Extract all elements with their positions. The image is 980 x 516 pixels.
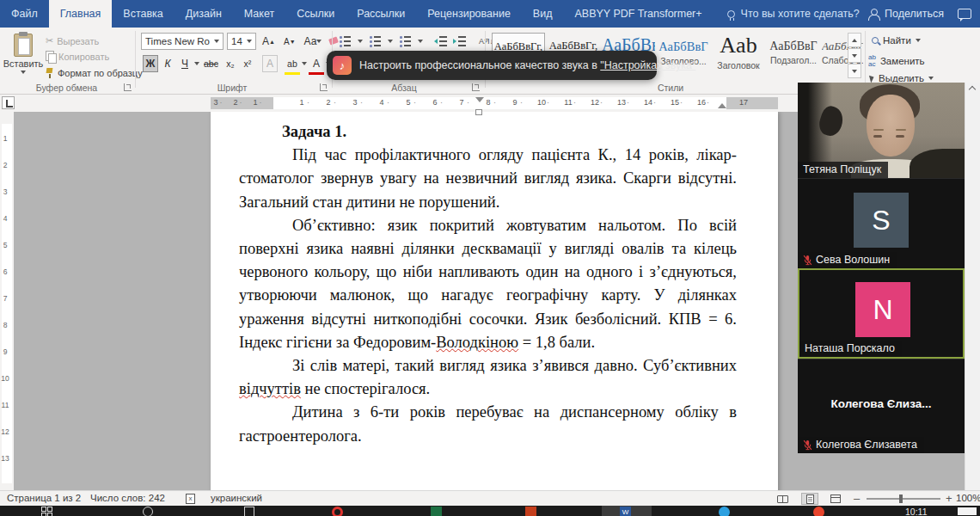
start-button-icon[interactable] [41,507,53,516]
page-indicator[interactable]: Страница 1 из 2 [7,493,81,503]
brush-icon [46,68,54,78]
participant-tile-name-only[interactable]: Колегова Єлиза... Колегова Єлизавета [798,359,965,453]
paragraph-dialog-launcher[interactable] [472,83,480,91]
tab-layout[interactable]: Макет [233,0,285,28]
chevron-down-icon[interactable] [418,40,423,43]
tab-references[interactable]: Ссылки [285,0,346,28]
hanging-indent-marker[interactable] [475,109,482,115]
font-size-select[interactable]: 14 [227,33,256,50]
copy-button[interactable]: Копировать [46,51,109,62]
vertical-scrollbar[interactable] [965,83,980,490]
task-view-icon[interactable] [244,507,254,516]
title-bar: Файл Главная Вставка Дизайн Макет Ссылки… [0,0,980,28]
cut-label: Вырезать [57,36,99,46]
avatar: N [855,282,910,337]
tab-file[interactable]: Файл [0,0,49,28]
read-mode-button[interactable] [774,493,791,505]
horizontal-ruler[interactable]: 3·2·1· 1·2·3·4·5·6·7·8·9·10·11·12·13·14·… [211,97,778,109]
sound-settings-link[interactable]: "Настройках звука" [600,59,695,71]
powerpoint-icon[interactable] [525,507,536,516]
styles-gallery-more[interactable] [848,64,861,78]
first-line-indent-marker[interactable] [475,97,484,102]
tab-selector[interactable] [2,96,15,109]
superscript-button[interactable]: x² [240,55,255,72]
clock[interactable]: 10:11 [905,507,928,516]
spellcheck-word: відчуттів [239,380,301,397]
find-label: Найти [883,35,911,46]
styles-scroll-up[interactable] [848,33,861,47]
text-effects-button[interactable]: А [262,55,278,72]
right-indent-marker[interactable] [718,103,726,108]
search-icon[interactable] [143,507,153,516]
zoom-slider-thumb[interactable] [899,494,903,503]
font-dialog-launcher[interactable] [320,83,328,91]
find-button[interactable]: Найти [872,35,921,46]
web-layout-button[interactable] [827,493,844,505]
telegram-icon[interactable] [719,507,730,516]
format-painter-button[interactable]: Формат по образцу [46,68,143,78]
opera-icon[interactable] [332,507,343,516]
tell-me-box[interactable]: Что вы хотите сделать? [727,0,860,28]
tab-insert[interactable]: Вставка [112,0,174,28]
increase-indent-icon[interactable] [453,35,466,46]
styles-scroll-down[interactable] [848,48,861,63]
zoom-in-button[interactable]: + [946,492,952,505]
chevron-down-icon[interactable] [388,40,393,43]
audio-settings-toast[interactable]: ♪ Настроить профессиональное качество зв… [327,51,657,80]
share-label: Поделиться [885,8,944,20]
clipboard-dialog-launcher[interactable] [124,83,132,91]
language-indicator[interactable]: украинский [211,493,262,503]
zoom-out-button[interactable]: – [854,492,860,505]
italic-button[interactable]: К [160,55,175,72]
style-subtitle[interactable]: АаБбВвГ Подзагол... [767,33,820,79]
participant-name-tag: Наташа Порскало [799,341,902,357]
word-icon[interactable]: W [620,507,631,516]
zoom-level[interactable]: 100% [956,493,980,503]
replace-button[interactable]: abac Заменить [868,54,925,68]
font-family-select[interactable]: Times New Ro [141,33,224,50]
subscript-button[interactable]: x₂ [223,55,238,72]
numbered-list-icon[interactable] [369,35,382,46]
cut-button[interactable]: ✂ Вырезать [46,35,99,46]
decrease-indent-icon[interactable] [434,35,447,46]
shrink-font-button[interactable]: А▼ [281,33,298,50]
font-color-button[interactable]: А [309,55,324,72]
zoom-slider[interactable] [867,498,940,500]
chevron-down-icon[interactable] [358,40,363,43]
vertical-ruler[interactable]: 12345678910111213 [0,112,14,490]
ruler-right-zone: 17 [726,97,778,109]
strikethrough-button[interactable]: abc [201,55,221,72]
tab-abbyy[interactable]: ABBYY PDF Transformer+ [563,0,713,28]
participant-name-tag: Тетяна Поліщук [798,162,888,178]
participant-tile-active[interactable]: N Наташа Порскало [798,268,965,359]
tab-design[interactable]: Дизайн [175,0,233,28]
comments-icon[interactable] [958,9,971,19]
tab-mailings[interactable]: Рассылки [346,0,416,28]
excel-icon[interactable] [431,507,442,516]
participant-tile-avatar[interactable]: S Сева Волошин [798,178,965,268]
tray-icon[interactable] [958,507,977,515]
word-count[interactable]: Число слов: 242 [90,493,165,503]
participant-tile-video[interactable]: Тетяна Поліщук [798,83,965,178]
scroll-up-icon[interactable] [969,86,976,93]
print-layout-button[interactable] [801,493,818,505]
multilevel-list-icon[interactable] [399,35,412,46]
tab-view[interactable]: Вид [522,0,564,28]
grow-font-button[interactable]: А▲ [260,33,278,50]
chevron-down-icon[interactable] [194,62,199,65]
chevron-down-icon[interactable] [302,62,307,65]
style-heading2[interactable]: АаБбВвГ Заголово... [657,33,710,79]
document-page[interactable]: Задача 1. Під час профілактичного огляду… [211,112,778,490]
highlight-color-button[interactable]: ab [285,55,300,72]
browser-icon[interactable] [813,507,824,516]
bold-button[interactable]: Ж [143,55,158,72]
bullets-list-icon[interactable] [339,35,352,46]
share-button[interactable]: Поделиться [868,8,944,20]
tab-review[interactable]: Рецензирование [416,0,522,28]
proofing-errors-icon[interactable]: х [186,494,195,504]
underline-button[interactable]: Ч [177,55,193,72]
tab-home[interactable]: Главная [49,0,113,28]
clipboard-icon [14,34,33,57]
style-title[interactable]: Aab Заголовок [712,33,765,79]
change-case-button[interactable]: Аа [302,33,325,50]
